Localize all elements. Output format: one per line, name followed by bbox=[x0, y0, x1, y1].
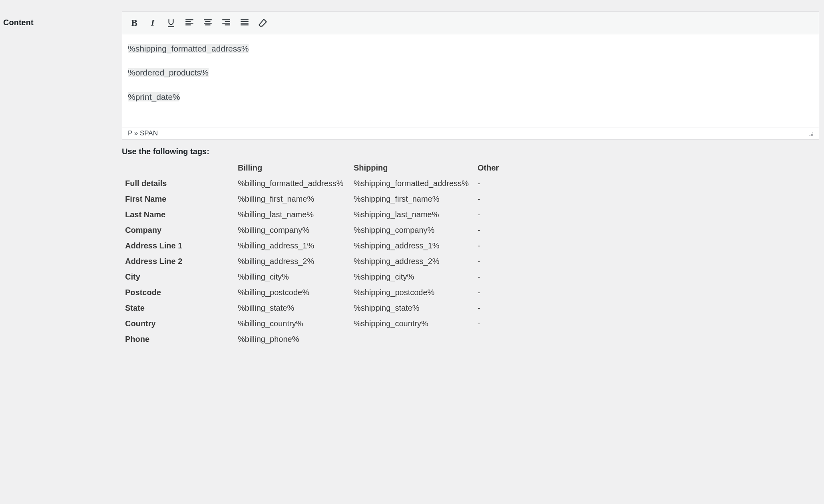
billing-cell: %billing_state% bbox=[238, 300, 354, 316]
shipping-cell: %shipping_country% bbox=[354, 316, 478, 331]
other-cell: - bbox=[478, 285, 819, 300]
other-cell bbox=[478, 331, 819, 347]
underline-button[interactable] bbox=[165, 17, 177, 28]
col-shipping: Shipping bbox=[354, 160, 478, 176]
row-label: Phone bbox=[122, 331, 238, 347]
billing-cell: %billing_company% bbox=[238, 222, 354, 238]
billing-cell: %billing_formatted_address% bbox=[238, 176, 354, 191]
row-label: First Name bbox=[122, 191, 238, 207]
other-cell: - bbox=[478, 207, 819, 222]
content-label: Content bbox=[0, 4, 122, 31]
editor-wrap: B I bbox=[122, 11, 819, 140]
col-blank bbox=[122, 160, 238, 176]
billing-cell: %billing_postcode% bbox=[238, 285, 354, 300]
table-row: Last Name %billing_last_name% %shipping_… bbox=[122, 207, 819, 222]
tags-heading: Use the following tags: bbox=[122, 147, 819, 156]
billing-cell: %billing_phone% bbox=[238, 331, 354, 347]
table-row: First Name %billing_first_name% %shippin… bbox=[122, 191, 819, 207]
row-label: Address Line 1 bbox=[122, 238, 238, 254]
resize-handle[interactable] bbox=[808, 131, 813, 136]
content-field-row: Content B I bbox=[0, 0, 824, 347]
other-cell: - bbox=[478, 300, 819, 316]
row-label: Address Line 2 bbox=[122, 254, 238, 269]
row-label: Full details bbox=[122, 176, 238, 191]
row-label: Company bbox=[122, 222, 238, 238]
billing-cell: %billing_address_2% bbox=[238, 254, 354, 269]
align-right-button[interactable] bbox=[221, 17, 232, 28]
shipping-cell: %shipping_formatted_address% bbox=[354, 176, 478, 191]
tags-table-body: Full details %billing_formatted_address%… bbox=[122, 176, 819, 347]
align-left-icon bbox=[184, 18, 195, 28]
shipping-cell: %shipping_postcode% bbox=[354, 285, 478, 300]
shipping-cell: %shipping_company% bbox=[354, 222, 478, 238]
table-row: Country %billing_country% %shipping_coun… bbox=[122, 316, 819, 331]
billing-cell: %billing_last_name% bbox=[238, 207, 354, 222]
row-label: State bbox=[122, 300, 238, 316]
col-billing: Billing bbox=[238, 160, 354, 176]
shipping-cell: %shipping_city% bbox=[354, 269, 478, 285]
other-cell: - bbox=[478, 238, 819, 254]
row-label: Country bbox=[122, 316, 238, 331]
align-right-icon bbox=[221, 18, 231, 28]
table-row: Company %billing_company% %shipping_comp… bbox=[122, 222, 819, 238]
content-main: B I bbox=[122, 4, 824, 347]
editor-status-bar: P » SPAN bbox=[122, 127, 819, 139]
other-cell: - bbox=[478, 254, 819, 269]
row-label: Last Name bbox=[122, 207, 238, 222]
italic-button[interactable]: I bbox=[147, 17, 158, 28]
shipping-cell bbox=[354, 331, 478, 347]
col-other: Other bbox=[478, 160, 819, 176]
underline-icon bbox=[166, 18, 176, 28]
shipping-cell: %shipping_address_1% bbox=[354, 238, 478, 254]
shipping-cell: %shipping_first_name% bbox=[354, 191, 478, 207]
table-row: Postcode %billing_postcode% %shipping_po… bbox=[122, 285, 819, 300]
table-row: Address Line 2 %billing_address_2% %ship… bbox=[122, 254, 819, 269]
editor-tag: %ordered_products% bbox=[128, 68, 209, 77]
other-cell: - bbox=[478, 316, 819, 331]
align-left-button[interactable] bbox=[184, 17, 195, 28]
billing-cell: %billing_address_1% bbox=[238, 238, 354, 254]
editor-toolbar: B I bbox=[122, 12, 819, 34]
other-cell: - bbox=[478, 176, 819, 191]
table-row: City %billing_city% %shipping_city% - bbox=[122, 269, 819, 285]
shipping-cell: %shipping_last_name% bbox=[354, 207, 478, 222]
align-justify-button[interactable] bbox=[239, 17, 250, 28]
bold-button[interactable]: B bbox=[129, 17, 140, 28]
billing-cell: %billing_country% bbox=[238, 316, 354, 331]
other-cell: - bbox=[478, 191, 819, 207]
resize-icon bbox=[808, 131, 813, 136]
editor-content[interactable]: %shipping_formatted_address% %ordered_pr… bbox=[122, 34, 819, 127]
tags-table: Billing Shipping Other Full details %bil… bbox=[122, 160, 819, 347]
table-row: Phone %billing_phone% bbox=[122, 331, 819, 347]
table-row: State %billing_state% %shipping_state% - bbox=[122, 300, 819, 316]
billing-cell: %billing_city% bbox=[238, 269, 354, 285]
shipping-cell: %shipping_state% bbox=[354, 300, 478, 316]
row-label: City bbox=[122, 269, 238, 285]
table-header-row: Billing Shipping Other bbox=[122, 160, 819, 176]
align-center-icon bbox=[203, 18, 213, 28]
row-label: Postcode bbox=[122, 285, 238, 300]
other-cell: - bbox=[478, 222, 819, 238]
table-row: Full details %billing_formatted_address%… bbox=[122, 176, 819, 191]
editor-tag: %print_date% bbox=[128, 92, 180, 101]
element-path[interactable]: P » SPAN bbox=[128, 129, 158, 137]
align-center-button[interactable] bbox=[202, 17, 213, 28]
shipping-cell: %shipping_address_2% bbox=[354, 254, 478, 269]
text-cursor bbox=[180, 93, 180, 102]
clear-formatting-button[interactable] bbox=[257, 17, 269, 28]
align-justify-icon bbox=[239, 18, 250, 28]
table-row: Address Line 1 %billing_address_1% %ship… bbox=[122, 238, 819, 254]
eraser-icon bbox=[258, 18, 268, 28]
other-cell: - bbox=[478, 269, 819, 285]
billing-cell: %billing_first_name% bbox=[238, 191, 354, 207]
editor-tag: %shipping_formatted_address% bbox=[128, 44, 249, 53]
